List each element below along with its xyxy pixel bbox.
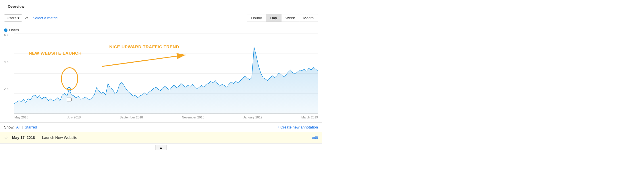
show-all-link[interactable]: All	[16, 125, 20, 129]
chart-container: Users 600 400 200	[0, 25, 322, 122]
left-controls: Users ▾ VS. Select a metric	[4, 14, 57, 22]
annotation-item: ☆ May 17, 2018 Launch New Website edit	[0, 132, 322, 143]
y-label-200: 200	[4, 87, 13, 91]
annotation-bar: Show: All | Starred + Create new annotat…	[0, 122, 322, 132]
x-label-may: May 2018	[14, 116, 28, 119]
x-label-jul: July 2018	[67, 116, 81, 119]
week-button[interactable]: Week	[281, 14, 299, 22]
select-metric-link[interactable]: Select a metric	[33, 16, 57, 20]
chart-area: i NEW WEBSITE LAUNCH NICE UPWARD TRAFFIC…	[14, 33, 318, 114]
y-label-400: 400	[4, 60, 13, 64]
y-label-600: 600	[4, 33, 13, 37]
x-label-nov: November 2018	[182, 116, 204, 119]
month-button[interactable]: Month	[299, 14, 318, 22]
x-label-jan: January 2019	[243, 116, 262, 119]
show-starred-link[interactable]: Starred	[25, 125, 37, 129]
svg-text:i: i	[69, 98, 70, 101]
controls-row: Users ▾ VS. Select a metric Hourly Day W…	[0, 11, 322, 25]
pipe-divider: |	[22, 125, 23, 129]
scroll-hint: ▲	[0, 143, 322, 151]
metric-label: Users	[7, 16, 16, 20]
create-annotation-link[interactable]: + Create new annotation	[277, 125, 318, 129]
overview-tab[interactable]: Overview	[3, 2, 29, 11]
chevron-down-icon: ▾	[18, 16, 20, 20]
day-button[interactable]: Day	[266, 14, 281, 22]
vs-label: VS.	[24, 16, 30, 20]
y-axis-labels: 600 400 200	[4, 33, 14, 122]
legend-label: Users	[9, 28, 19, 32]
annotation-list: ☆ May 17, 2018 Launch New Website edit	[0, 132, 322, 143]
show-label: Show:	[4, 125, 14, 129]
x-axis-labels: May 2018 July 2018 September 2018 Novemb…	[14, 114, 318, 122]
metric-dropdown[interactable]: Users ▾	[4, 14, 22, 22]
chart-svg: i	[14, 33, 318, 114]
annotation-edit-link[interactable]: edit	[312, 135, 318, 140]
top-bar: Overview	[0, 0, 322, 11]
hourly-button[interactable]: Hourly	[247, 14, 266, 22]
show-row: Show: All | Starred	[4, 125, 37, 129]
chart-wrap: 600 400 200	[4, 33, 318, 122]
star-icon[interactable]: ☆	[4, 135, 8, 140]
svg-point-4	[68, 87, 71, 91]
x-label-mar: March 2019	[301, 116, 318, 119]
x-label-sep: September 2018	[120, 116, 143, 119]
annotation-date: May 17, 2018	[12, 135, 38, 140]
time-buttons: Hourly Day Week Month	[247, 14, 318, 22]
annotation-text: Launch New Website	[42, 135, 308, 140]
legend-dot	[4, 28, 7, 32]
scroll-up-button[interactable]: ▲	[155, 145, 167, 150]
legend-row: Users	[4, 28, 318, 32]
